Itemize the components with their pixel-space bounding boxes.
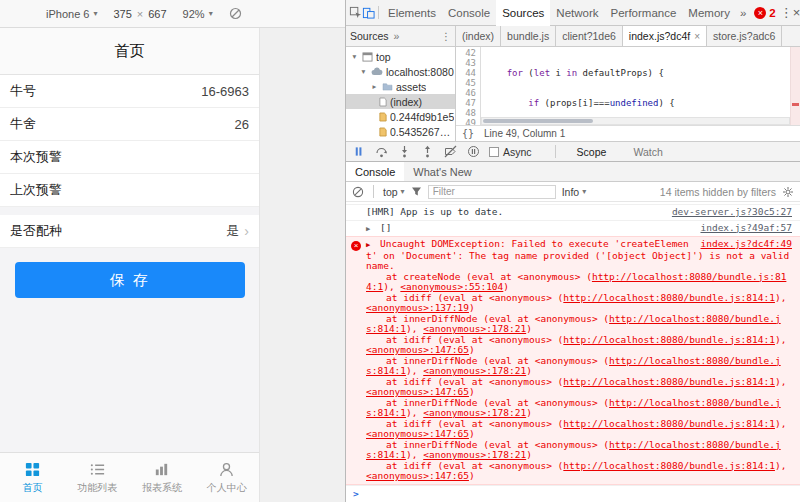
drawer-tab-console[interactable]: Console — [346, 162, 404, 181]
tree-item-chunk[interactable]: 0.244fd9b1e5 — [346, 109, 455, 124]
execution-context-select[interactable]: top ▾ — [383, 186, 405, 198]
stack-link[interactable]: <anonymous>:137:19 — [366, 302, 469, 313]
tab-performance[interactable]: Performance — [605, 0, 683, 26]
close-devtools-icon[interactable]: × — [793, 2, 800, 24]
tree-item-top[interactable]: ▾ top — [346, 49, 455, 64]
stack-link[interactable]: <anonymous>:178:21 — [423, 407, 526, 418]
tab-elements[interactable]: Elements — [382, 0, 442, 26]
error-count: 2 — [769, 7, 775, 19]
device-toolbar-toggle-icon[interactable] — [362, 2, 375, 24]
console-settings-gear-icon[interactable] — [782, 186, 794, 198]
form-gap — [0, 207, 259, 215]
form-row-breeding-picker[interactable]: 是否配种 是 › — [0, 215, 259, 248]
code-line: for (let i in defaultProps) { — [485, 68, 800, 78]
stack-link[interactable]: <anonymous>:178:21 — [423, 449, 526, 460]
source-link[interactable]: index.js?dc4f:49 — [700, 239, 792, 250]
file-tab-bundle[interactable]: bundle.js — [501, 26, 556, 46]
tab-network[interactable]: Network — [550, 0, 604, 26]
step-into-icon[interactable] — [397, 145, 411, 159]
stack-link[interactable]: <anonymous>:147:65 — [366, 386, 469, 397]
sidebar-tab-sources[interactable]: Sources — [350, 30, 389, 42]
stack-link[interactable]: http://localhost:8080/bundle.js:814:1 — [563, 418, 775, 429]
checkbox[interactable] — [489, 147, 499, 157]
tab-function-list[interactable]: 功能列表 — [65, 453, 130, 502]
pause-on-exceptions-icon[interactable] — [466, 145, 480, 159]
console-prompt[interactable]: > — [346, 485, 800, 502]
tab-memory[interactable]: Memory — [682, 0, 736, 26]
file-tab-indexjs[interactable]: index.js?dc4f × — [623, 26, 707, 46]
tab-console[interactable]: Console — [442, 0, 496, 26]
stack-link[interactable]: http://localhost:8080/bundle.js:814:1 — [563, 460, 775, 471]
console-filter-input[interactable] — [428, 185, 556, 199]
line-number-gutter[interactable]: 42 43 44 45 46 47 48 49 — [456, 47, 481, 125]
list-icon — [89, 461, 106, 478]
field-value[interactable]: 26 — [235, 117, 249, 132]
scrollbar-thumb[interactable] — [483, 119, 593, 123]
expand-icon[interactable]: ▶ — [366, 225, 370, 233]
tab-scope[interactable]: Scope — [568, 146, 616, 158]
save-button[interactable]: 保 存 — [15, 262, 245, 298]
viewport-width[interactable]: 375 — [113, 8, 131, 20]
stack-link[interactable]: http://localhost:8080/bundle.js:814:1 — [563, 376, 775, 387]
deactivate-breakpoints-icon[interactable] — [443, 145, 457, 159]
stack-link[interactable]: <anonymous>:178:21 — [423, 365, 526, 376]
stack-link[interactable]: <anonymous>:147:65 — [366, 428, 469, 439]
context-value: top — [383, 186, 398, 198]
editor-vertical-scrollbar[interactable] — [790, 47, 800, 125]
kebab-menu-icon[interactable]: ⋮ — [780, 2, 793, 24]
kebab-menu-icon[interactable]: ⋮ — [441, 30, 452, 42]
file-tab-index[interactable]: (index) — [456, 26, 501, 46]
tree-item-chunk[interactable]: 0.54352670b9 — [346, 124, 455, 139]
console-messages[interactable]: log-apply-result.js?4cf8:28 [HMR] Consid… — [346, 202, 800, 502]
stack-link[interactable]: <anonymous>:55:104 — [400, 281, 503, 292]
tab-personal-center[interactable]: 个人中心 — [194, 453, 259, 502]
error-count-badge[interactable]: × 2 — [750, 7, 779, 19]
tree-item-assets[interactable]: ▸ assets — [346, 79, 455, 94]
expand-icon[interactable]: ▶ — [366, 241, 370, 249]
tab-home[interactable]: 首页 — [0, 453, 65, 502]
stack-link[interactable]: http://localhost:8080/bundle.js:814:1 — [563, 292, 775, 303]
step-out-icon[interactable] — [420, 145, 434, 159]
tab-sources[interactable]: Sources — [496, 0, 550, 26]
stack-link[interactable]: <anonymous>:178:21 — [423, 323, 526, 334]
inspect-icon[interactable] — [349, 2, 362, 24]
file-tab-client[interactable]: client?1de6 — [556, 26, 623, 46]
tab-watch[interactable]: Watch — [624, 146, 671, 158]
device-select[interactable]: iPhone 6 ▾ — [46, 8, 97, 20]
file-tab-store[interactable]: store.js?adc6 — [707, 26, 782, 46]
tree-item-localhost[interactable]: ▾ localhost:8080 — [346, 64, 455, 79]
tree-label: (index) — [390, 96, 422, 108]
field-value[interactable]: 16-6963 — [201, 84, 249, 99]
more-tabs-icon[interactable]: » — [394, 30, 400, 42]
zoom-select[interactable]: 92% ▾ — [183, 8, 213, 20]
tree-item-index[interactable]: (index) — [346, 94, 455, 109]
stack-link[interactable]: <anonymous>:147:65 — [366, 344, 469, 355]
close-tab-icon[interactable]: × — [694, 31, 700, 42]
source-link[interactable]: index.js?49af:57 — [700, 223, 792, 234]
pause-icon[interactable] — [351, 145, 365, 159]
async-checkbox[interactable]: Async — [489, 146, 532, 158]
file-tab-label: client?1de6 — [562, 30, 616, 42]
caret-down-icon: ▾ — [93, 9, 97, 18]
stack-link[interactable]: <anonymous>:147:65 — [366, 470, 469, 481]
clear-console-icon[interactable] — [352, 186, 364, 198]
editor-horizontal-scrollbar[interactable] — [481, 117, 790, 125]
code-editor[interactable]: 42 43 44 45 46 47 48 49 for (let i in de… — [456, 47, 800, 125]
log-level-select[interactable]: Info ▾ — [562, 186, 587, 198]
bottom-tab-bar: 首页 功能列表 报表系统 — [0, 452, 259, 502]
filter-icon[interactable] — [411, 186, 422, 197]
mobile-viewport: 首页 牛号 16-6963 牛舍 26 本次预警 上次预警 是否配种 是 — [0, 28, 260, 502]
pretty-print-button[interactable]: {} — [462, 128, 474, 139]
prompt-chevron: > — [353, 488, 359, 499]
tab-report-system[interactable]: 报表系统 — [130, 453, 195, 502]
stack-link[interactable]: http://localhost:8080/bundle.js:814:1 — [563, 334, 775, 345]
step-over-icon[interactable] — [374, 145, 388, 159]
more-panels-button[interactable]: » — [736, 7, 750, 19]
viewport-height[interactable]: 667 — [148, 8, 166, 20]
drawer-tab-whats-new[interactable]: What's New — [404, 162, 480, 181]
drawer-tab-bar: Console What's New — [346, 162, 800, 182]
throttling-disabled-icon[interactable] — [229, 7, 242, 20]
console-drawer: Console What's New top ▾ Info ▾ — [346, 162, 800, 502]
source-link[interactable]: dev-server.js?30c5:27 — [672, 207, 792, 218]
field-label: 牛舍 — [10, 115, 36, 133]
